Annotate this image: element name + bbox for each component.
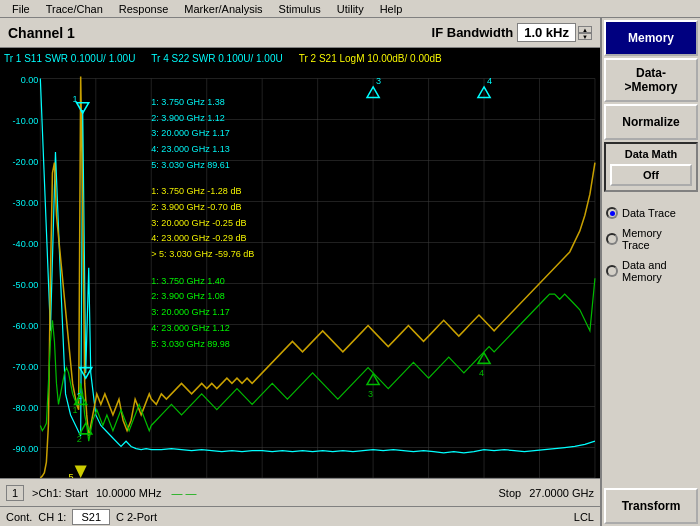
svg-text:4:  23.000 GHz    -0.29 dB: 4: 23.000 GHz -0.29 dB bbox=[151, 233, 246, 243]
svg-text:1:   3.750 GHz      1.40: 1: 3.750 GHz 1.40 bbox=[151, 275, 225, 285]
data-and-memory-radio[interactable] bbox=[606, 265, 618, 277]
svg-text:2: 2 bbox=[77, 434, 82, 444]
svg-text:3:  20.000 GHz      1.17: 3: 20.000 GHz 1.17 bbox=[151, 307, 230, 317]
svg-text:4: 4 bbox=[487, 76, 492, 86]
port-label: C 2-Port bbox=[116, 511, 157, 523]
svg-text:-70.00: -70.00 bbox=[13, 362, 39, 372]
data-trace-option[interactable]: Data Trace bbox=[604, 204, 698, 222]
header-row: Channel 1 IF Bandwidth 1.0 kHz ▲ ▼ bbox=[0, 18, 600, 48]
if-spin-down[interactable]: ▼ bbox=[578, 33, 592, 40]
data-and-memory-option[interactable]: Data and Memory bbox=[604, 256, 698, 286]
svg-text:5: 5 bbox=[69, 472, 74, 478]
svg-text:2:   3.900 GHz    -0.70 dB: 2: 3.900 GHz -0.70 dB bbox=[151, 202, 241, 212]
param-value[interactable]: S21 bbox=[72, 509, 110, 525]
trace-1-info: Tr 1 S11 SWR 0.100U/ 1.00U bbox=[4, 53, 135, 64]
svg-text:1: 1 bbox=[73, 405, 78, 415]
menu-utility[interactable]: Utility bbox=[329, 3, 372, 15]
status-stop-freq: 27.0000 GHz bbox=[529, 487, 594, 499]
svg-text:3: 3 bbox=[376, 76, 381, 86]
trace-4-info: Tr 4 S22 SWR 0.100U/ 1.00U bbox=[151, 53, 282, 64]
svg-text:1:   3.750 GHz      1.38: 1: 3.750 GHz 1.38 bbox=[151, 97, 225, 107]
svg-text:5:   3.030 GHz     89.98: 5: 3.030 GHz 89.98 bbox=[151, 338, 230, 348]
svg-text:1:   3.750 GHz    -1.28 dB: 1: 3.750 GHz -1.28 dB bbox=[151, 186, 241, 196]
svg-text:-40.00: -40.00 bbox=[13, 239, 39, 249]
spacer-1 bbox=[604, 194, 698, 202]
trace-2-info: Tr 2 S21 LogM 10.00dB/ 0.00dB bbox=[299, 53, 442, 64]
svg-text:-30.00: -30.00 bbox=[13, 198, 39, 208]
svg-text:0.00: 0.00 bbox=[21, 75, 39, 85]
svg-text:3: 3 bbox=[368, 389, 373, 399]
data-math-value[interactable]: Off bbox=[610, 164, 692, 186]
cont-label: Cont. bbox=[6, 511, 32, 523]
svg-text:-90.00: -90.00 bbox=[13, 444, 39, 454]
menu-bar: File Trace/Chan Response Marker/Analysis… bbox=[0, 0, 700, 18]
svg-text:4:  23.000 GHz      1.13: 4: 23.000 GHz 1.13 bbox=[151, 144, 230, 154]
memory-trace-radio[interactable] bbox=[606, 233, 618, 245]
data-trace-radio[interactable] bbox=[606, 207, 618, 219]
svg-text:5:   3.030 GHz     89.61: 5: 3.030 GHz 89.61 bbox=[151, 160, 230, 170]
svg-text:3:  20.000 GHz    -0.25 dB: 3: 20.000 GHz -0.25 dB bbox=[151, 218, 246, 228]
status-bar-2: Cont. CH 1: S21 C 2-Port LCL bbox=[0, 506, 600, 526]
status-num: 1 bbox=[6, 485, 24, 501]
svg-text:1: 1 bbox=[73, 93, 78, 103]
status-bar: 1 >Ch1: Start 10.0000 MHz — — Stop 27.00… bbox=[0, 478, 600, 506]
menu-stimulus[interactable]: Stimulus bbox=[271, 3, 329, 15]
normalize-button[interactable]: Normalize bbox=[604, 104, 698, 140]
if-bandwidth-label: IF Bandwidth bbox=[432, 25, 514, 40]
right-panel: Memory Data->Memory Normalize Data Math … bbox=[600, 18, 700, 526]
transform-button[interactable]: Transform bbox=[604, 488, 698, 524]
if-spin-up[interactable]: ▲ bbox=[578, 26, 592, 33]
svg-text:2:   3.900 GHz      1.08: 2: 3.900 GHz 1.08 bbox=[151, 291, 225, 301]
channel-label: Channel 1 bbox=[8, 25, 75, 41]
svg-text:-60.00: -60.00 bbox=[13, 321, 39, 331]
menu-marker-analysis[interactable]: Marker/Analysis bbox=[176, 3, 270, 15]
svg-text:4:  23.000 GHz      1.12: 4: 23.000 GHz 1.12 bbox=[151, 323, 230, 333]
svg-text:> 5:   3.030 GHz   -59.76 dB: > 5: 3.030 GHz -59.76 dB bbox=[151, 249, 254, 259]
status-ch-label: >Ch1: Start bbox=[32, 487, 88, 499]
svg-text:-10.00: -10.00 bbox=[13, 116, 39, 126]
svg-text:4: 4 bbox=[479, 368, 484, 378]
svg-text:-80.00: -80.00 bbox=[13, 403, 39, 413]
spacer-2 bbox=[604, 288, 698, 486]
trace-dashes: — — bbox=[171, 487, 196, 499]
memory-button[interactable]: Memory bbox=[604, 20, 698, 56]
trace-info-row: Tr 1 S11 SWR 0.100U/ 1.00U Tr 4 S22 SWR … bbox=[0, 48, 600, 68]
svg-rect-0 bbox=[0, 68, 600, 478]
status-stop-label: Stop bbox=[499, 487, 522, 499]
data-and-memory-label: Data and Memory bbox=[622, 259, 667, 283]
if-spin[interactable]: ▲ ▼ bbox=[578, 26, 592, 40]
memory-trace-option[interactable]: Memory Trace bbox=[604, 224, 698, 254]
instrument-panel: Channel 1 IF Bandwidth 1.0 kHz ▲ ▼ Tr 1 … bbox=[0, 18, 600, 526]
menu-file[interactable]: File bbox=[4, 3, 38, 15]
ch-label: CH 1: bbox=[38, 511, 66, 523]
menu-response[interactable]: Response bbox=[111, 3, 177, 15]
lcl-label: LCL bbox=[574, 511, 594, 523]
chart-svg: 0.00 -10.00 -20.00 -30.00 -40.00 -50.00 … bbox=[0, 68, 600, 478]
menu-trace-chan[interactable]: Trace/Chan bbox=[38, 3, 111, 15]
if-bandwidth-value[interactable]: 1.0 kHz bbox=[517, 23, 576, 42]
status-start-freq: 10.0000 MHz bbox=[96, 487, 161, 499]
data-math-label: Data Math bbox=[610, 148, 692, 160]
main-layout: Channel 1 IF Bandwidth 1.0 kHz ▲ ▼ Tr 1 … bbox=[0, 18, 700, 526]
data-trace-label: Data Trace bbox=[622, 207, 676, 219]
svg-text:-50.00: -50.00 bbox=[13, 280, 39, 290]
svg-text:3:  20.000 GHz      1.17: 3: 20.000 GHz 1.17 bbox=[151, 128, 230, 138]
svg-text:2:   3.900 GHz      1.12: 2: 3.900 GHz 1.12 bbox=[151, 112, 225, 122]
menu-help[interactable]: Help bbox=[372, 3, 411, 15]
svg-text:-20.00: -20.00 bbox=[13, 157, 39, 167]
chart-area: 0.00 -10.00 -20.00 -30.00 -40.00 -50.00 … bbox=[0, 68, 600, 478]
memory-trace-label: Memory Trace bbox=[622, 227, 662, 251]
data-math-group: Data Math Off bbox=[604, 142, 698, 192]
data-memory-button[interactable]: Data->Memory bbox=[604, 58, 698, 102]
